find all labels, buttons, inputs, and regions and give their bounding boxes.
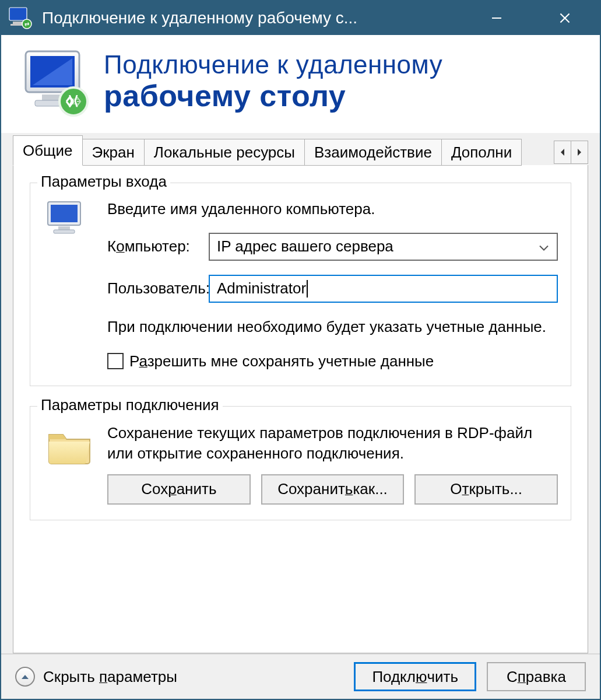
header-line2: рабочему столу [104,78,442,113]
computer-combobox[interactable]: IP адрес вашего сервера [209,233,558,261]
tab-advanced[interactable]: Дополни [441,139,522,166]
computer-label: Компьютер: [107,237,209,256]
tab-display[interactable]: Экран [82,139,145,166]
login-intro-text: Введите имя удаленного компьютера. [107,200,558,219]
tab-scroll-left-button[interactable] [554,141,571,164]
hide-options-label: Скрыть параметры [43,668,354,686]
open-button[interactable]: Открыть... [414,474,558,505]
svg-marker-21 [22,675,29,679]
save-credentials-row: Разрешить мне сохранять учетные данные [107,352,558,370]
tab-content-general: Параметры входа Введит [13,165,588,653]
titlebar: ⇄ Подключение к удаленному рабочему с... [1,1,600,35]
computer-icon [45,200,87,236]
close-button[interactable] [530,1,600,35]
tab-area: Общие Экран Локальные ресурсы Взаимодейс… [1,133,600,653]
tab-general[interactable]: Общие [13,135,83,166]
dialog-footer: Скрыть параметры Подключить Справка [1,653,600,699]
minimize-button[interactable] [463,1,530,35]
dialog-header: ⟩⟨ Подключение к удаленному рабочему сто… [1,35,600,133]
svg-marker-16 [578,149,581,156]
connection-params-group: Параметры подключения [30,406,571,520]
header-title: Подключение к удаленному рабочему столу [104,50,442,113]
save-credentials-checkbox[interactable] [107,353,124,369]
titlebar-text: Подключение к удаленному рабочему с... [42,9,463,27]
connect-button[interactable]: Подключить [354,662,476,691]
tab-local-resources[interactable]: Локальные ресурсы [144,139,305,166]
svg-rect-0 [9,8,27,20]
tab-strip: Общие Экран Локальные ресурсы Взаимодейс… [13,134,588,166]
folder-icon [45,426,93,466]
save-credentials-label: Разрешить мне сохранять учетные данные [129,352,434,370]
rdp-dialog-window: ⇄ Подключение к удаленному рабочему с... [0,0,601,700]
login-params-title: Параметры входа [37,173,170,191]
chevron-down-icon [538,237,550,256]
save-as-button[interactable]: Сохранить как... [261,474,405,505]
header-line1: Подключение к удаленному [104,50,442,79]
hide-options-toggle[interactable] [15,667,35,687]
save-button[interactable]: Сохранить [107,474,251,505]
svg-marker-15 [561,149,564,156]
username-value: Administrator [217,279,306,298]
app-icon: ⇄ [8,6,34,30]
connection-params-title: Параметры подключения [37,396,223,414]
titlebar-controls [463,1,600,35]
rdp-header-icon: ⟩⟨ [21,47,91,117]
login-icon-column [45,200,107,370]
svg-text:⇄: ⇄ [24,21,29,27]
username-input[interactable]: Administrator [209,275,558,303]
svg-text:⟩⟨: ⟩⟨ [68,93,79,108]
svg-rect-19 [58,226,70,230]
tab-scroll-controls [554,139,588,166]
svg-rect-20 [54,230,75,233]
connection-icon-column [45,423,107,505]
tab-experience[interactable]: Взаимодействие [304,139,442,166]
connection-description: Сохранение текущих параметров подключени… [107,423,558,464]
username-label: Пользователь: [107,279,209,298]
help-button[interactable]: Справка [487,662,586,691]
computer-value: IP адрес вашего сервера [217,237,393,256]
svg-rect-18 [51,205,78,222]
login-params-group: Параметры входа Введит [30,183,571,386]
text-cursor [307,280,308,298]
credentials-note: При подключении необходимо будет указать… [107,317,558,337]
tab-scroll-right-button[interactable] [571,141,588,164]
